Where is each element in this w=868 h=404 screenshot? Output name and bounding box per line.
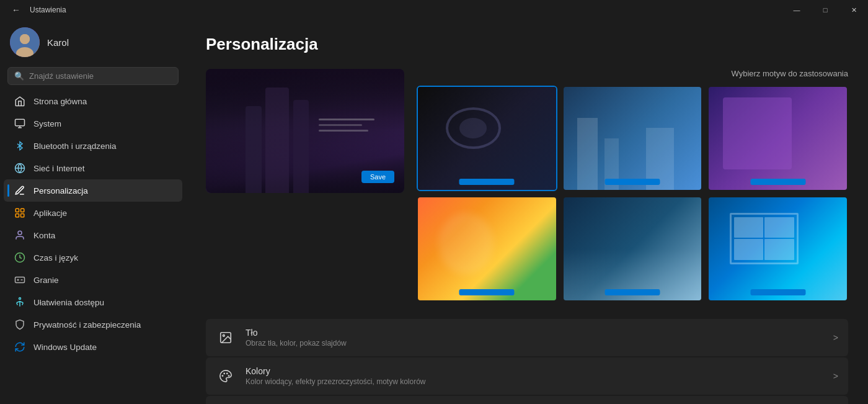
svg-point-10 [18,231,22,235]
nav-label-time: Czas i język [33,253,78,263]
nav-label-bluetooth: Bluetooth i urządzenia [33,141,117,151]
titlebar: ← Ustawienia — □ ✕ [0,0,868,20]
page-title: Personalizacja [206,35,848,54]
theme-thumb-6[interactable] [707,196,848,302]
minimize-button[interactable]: — [782,0,811,20]
theme-thumb-2[interactable] [562,86,703,191]
background-text: Tło Obraz tła, kolor, pokaz slajdów [246,328,823,348]
nav-label-accessibility: Ułatwienia dostępu [33,298,104,307]
svg-rect-12 [16,277,25,283]
svg-rect-6 [16,209,19,212]
nav-label-update: Windows Update [33,343,97,352]
nav-item-network[interactable]: Sieć i Internet [4,157,182,179]
svg-point-16 [222,375,224,377]
background-subtitle: Obraz tła, kolor, pokaz slajdów [246,339,823,348]
settings-item-background[interactable]: Tło Obraz tła, kolor, pokaz slajdów > [206,319,848,356]
nav-item-accessibility[interactable]: Ułatwienia dostępu [4,291,182,313]
nav-item-privacy[interactable]: Prywatność i zabezpieczenia [4,313,182,336]
svg-rect-7 [21,209,24,212]
nav-item-accounts[interactable]: Konta [4,224,182,246]
theme-section-label: Wybierz motyw do zastosowania [417,69,848,78]
time-icon [14,251,26,264]
theme-thumb-4[interactable] [417,196,557,302]
nav-label-gaming: Granie [33,276,59,285]
colors-chevron: > [833,371,838,381]
nav-label-personalization: Personalizacja [33,186,88,195]
nav-item-system[interactable]: System [4,112,182,135]
svg-point-19 [228,375,230,377]
svg-point-17 [223,373,225,375]
network-icon [14,162,26,174]
settings-item-themes[interactable]: Kompozycje Instalowanie, tworzenie, zarz… [206,396,848,404]
svg-rect-4 [16,119,25,126]
theme-thumb-3[interactable] [707,86,848,191]
settings-item-colors[interactable]: Kolory Kolor wiodący, efekty przezroczys… [206,357,848,395]
theme-thumb-1[interactable] [417,86,557,191]
colors-icon [216,366,236,386]
preview-button: Save [361,171,394,183]
nav-label-privacy: Prywatność i zabezpieczenia [33,320,141,330]
bluetooth-icon [14,140,26,152]
svg-point-3 [20,34,30,44]
system-icon [14,117,26,130]
theme-section: Save Wybierz motyw do zastosowania [206,69,848,302]
nav-item-personalization[interactable]: Personalizacja [4,179,182,202]
nav-item-time[interactable]: Czas i język [4,246,182,269]
theme-preview-large: Save [206,69,404,193]
close-button[interactable]: ✕ [839,0,868,20]
background-chevron: > [833,333,838,343]
nav-item-bluetooth[interactable]: Bluetooth i urządzenia [4,135,182,157]
nav-label-home: Strona główna [33,97,87,106]
colors-text: Kolory Kolor wiodący, efekty przezroczys… [246,366,823,386]
accessibility-icon [14,296,26,308]
svg-rect-8 [21,214,24,217]
svg-rect-9 [16,214,19,217]
accounts-icon [14,229,26,241]
nav-item-apps[interactable]: Aplikacje [4,202,182,224]
nav-label-system: System [33,119,61,128]
theme-grid [417,86,848,302]
search-icon: 🔍 [14,71,24,81]
theme-thumb-5[interactable] [562,196,703,302]
nav-item-update[interactable]: Windows Update [4,336,182,358]
search-box[interactable]: 🔍 [7,67,179,85]
maximize-button[interactable]: □ [811,0,839,20]
search-input[interactable] [29,71,172,81]
background-title: Tło [246,328,823,338]
home-icon [14,95,26,107]
avatar [10,27,40,57]
content-area: Personalizacja [186,20,868,404]
svg-point-18 [226,373,228,375]
update-icon [14,341,26,353]
back-button[interactable]: ← [7,1,25,19]
apps-icon [14,207,26,219]
nav-item-home[interactable]: Strona główna [4,90,182,112]
user-name: Karol [47,37,69,48]
nav-item-gaming[interactable]: Granie [4,269,182,291]
nav-label-network: Sieć i Internet [33,164,85,173]
user-section[interactable]: Karol [0,20,186,67]
window-controls: — □ ✕ [782,0,868,20]
colors-subtitle: Kolor wiodący, efekty przezroczystości, … [246,377,823,386]
svg-point-13 [19,298,21,300]
svg-point-15 [223,334,224,336]
gaming-icon [14,274,26,286]
nav-label-accounts: Konta [33,231,55,240]
main-layout: Karol 🔍 Strona główna S [0,20,868,404]
privacy-icon [14,318,26,331]
app-title: Ustawienia [30,6,66,14]
nav-label-apps: Aplikacje [33,209,67,218]
titlebar-left: ← Ustawienia [7,1,66,19]
settings-list: Tło Obraz tła, kolor, pokaz slajdów > [206,319,848,404]
background-icon [216,328,236,348]
colors-title: Kolory [246,366,823,376]
sidebar: Karol 🔍 Strona główna S [0,20,186,404]
personalization-icon [14,184,26,197]
